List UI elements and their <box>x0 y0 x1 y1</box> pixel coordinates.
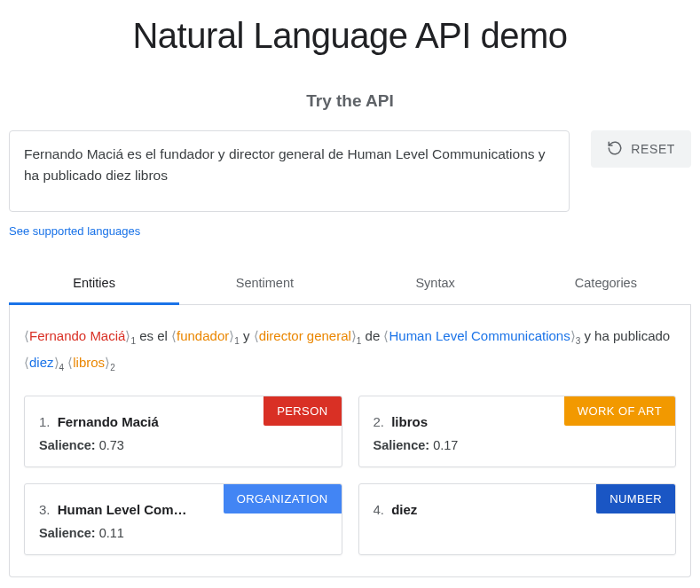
entity-type-chip: NUMBER <box>596 484 675 514</box>
tab-syntax[interactable]: Syntax <box>350 263 521 305</box>
annotated-text: ⟨Fernando Maciá⟩1 es el ⟨fundador⟩1 y ⟨d… <box>24 323 676 376</box>
entity-type-chip: WORK OF ART <box>564 396 675 426</box>
results-panel: ⟨Fernando Maciá⟩1 es el ⟨fundador⟩1 y ⟨d… <box>9 305 691 577</box>
entity-card: PERSON1. Fernando MaciáSalience: 0.73 <box>24 396 342 467</box>
entity-card: NUMBER4. diez <box>358 483 677 555</box>
entity-span: ⟨diez⟩4 <box>24 355 64 370</box>
entity-span: ⟨fundador⟩1 <box>171 328 240 343</box>
input-row: RESET <box>9 130 691 212</box>
tab-entities[interactable]: Entities <box>9 263 179 305</box>
salience-row: Salience: 0.11 <box>39 526 327 540</box>
entity-span: ⟨libros⟩2 <box>67 355 114 370</box>
page-title: Natural Language API demo <box>9 16 691 56</box>
entity-span: ⟨Human Level Communications⟩3 <box>383 328 580 343</box>
tab-sentiment[interactable]: Sentiment <box>179 263 350 305</box>
salience-row: Salience: 0.17 <box>374 438 662 452</box>
entity-card: ORGANIZATION3. Human Level Com…Salience:… <box>24 483 342 555</box>
salience-row: Salience: 0.73 <box>39 438 327 452</box>
tabs: EntitiesSentimentSyntaxCategories <box>9 263 691 305</box>
entity-cards: PERSON1. Fernando MaciáSalience: 0.73WOR… <box>24 396 676 555</box>
entity-span: ⟨Fernando Maciá⟩1 <box>24 328 136 343</box>
supported-languages-link[interactable]: See supported languages <box>9 224 140 238</box>
entity-type-chip: ORGANIZATION <box>224 484 342 514</box>
tab-categories[interactable]: Categories <box>521 263 691 305</box>
analysis-input[interactable] <box>9 130 570 212</box>
entity-type-chip: PERSON <box>263 396 341 426</box>
entity-card: WORK OF ART2. librosSalience: 0.17 <box>358 396 677 467</box>
entity-span: ⟨director general⟩1 <box>254 328 362 343</box>
subtitle: Try the API <box>9 91 691 111</box>
reset-label: RESET <box>631 142 675 156</box>
reset-button[interactable]: RESET <box>591 130 691 168</box>
reset-icon <box>607 140 623 159</box>
